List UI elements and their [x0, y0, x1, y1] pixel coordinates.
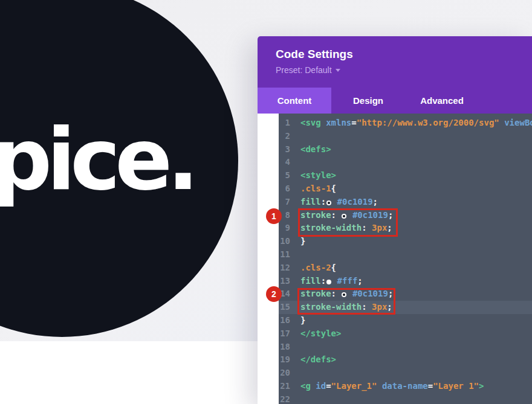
code-token: viewBox — [499, 118, 532, 127]
code-token: #0c1019 — [337, 197, 373, 207]
code-line[interactable]: 2 — [279, 130, 532, 143]
code-line[interactable]: 8stroke: #0c1019; — [279, 209, 532, 222]
line-number: 21 — [279, 380, 290, 393]
modal-title: Code Settings — [276, 48, 532, 61]
code-token — [336, 289, 341, 298]
code-token: stroke — [300, 210, 331, 220]
code-line[interactable]: 15stroke-width: 3px; — [279, 301, 532, 314]
line-number: 9 — [279, 222, 290, 235]
line-number: 3 — [279, 143, 290, 156]
line-number: 15 — [279, 301, 290, 314]
code-token: ; — [388, 289, 393, 298]
code-line[interactable]: 18 — [279, 341, 532, 354]
code-line[interactable]: 6.cls-1{ — [279, 182, 532, 196]
code-token: : — [331, 210, 336, 220]
line-number: 5 — [279, 169, 290, 182]
code-line[interactable]: 22 — [279, 393, 532, 404]
code-token: .cls-2 — [300, 263, 331, 272]
tab-advanced[interactable]: Advanced — [405, 88, 479, 114]
code-line-content: <defs> — [300, 143, 331, 156]
code-token: = — [326, 381, 331, 391]
code-token — [332, 276, 337, 286]
tab-content[interactable]: Content — [258, 88, 331, 114]
tab-advanced-label: Advanced — [420, 95, 464, 106]
code-token — [367, 223, 372, 232]
code-token: "Layer 1" — [433, 381, 479, 391]
code-token: { — [331, 184, 336, 193]
code-token: </defs> — [300, 354, 336, 364]
color-swatch-icon[interactable] — [326, 280, 331, 284]
code-line[interactable]: 9stroke-width: 3px; — [279, 222, 532, 235]
code-line[interactable]: 4 — [279, 156, 532, 169]
line-number: 1 — [279, 117, 290, 130]
code-token: "Layer_1" — [331, 381, 377, 391]
code-token: : — [362, 223, 366, 232]
line-number: 4 — [279, 156, 290, 169]
code-line[interactable]: 16} — [279, 314, 532, 327]
code-token: > — [479, 381, 484, 391]
code-line[interactable]: 3<defs> — [279, 143, 532, 156]
code-line-content: } — [300, 314, 305, 327]
code-token: <svg — [300, 118, 321, 127]
code-token: : — [321, 197, 326, 207]
code-line[interactable]: 21<g id="Layer_1" data-name="Layer 1"> — [279, 380, 532, 393]
code-token — [347, 289, 352, 298]
line-number: 20 — [279, 367, 290, 380]
code-token: #0c1019 — [352, 210, 388, 220]
code-token: </style> — [300, 329, 341, 338]
code-token — [347, 210, 352, 220]
code-line[interactable]: 10} — [279, 235, 532, 248]
code-token: ; — [387, 302, 392, 312]
tab-design-label: Design — [353, 95, 383, 106]
code-settings-modal: Code Settings Preset: Default Content De… — [258, 36, 532, 404]
chevron-down-icon — [336, 69, 340, 72]
code-token: = — [428, 381, 433, 391]
line-number: 12 — [279, 261, 290, 275]
line-number: 13 — [279, 275, 290, 288]
code-line[interactable]: 11 — [279, 248, 532, 261]
modal-body: 1<svg xmlns="http://www.w3.org/2000/svg"… — [258, 114, 532, 404]
code-line[interactable]: 19</defs> — [279, 353, 532, 367]
code-token: id — [311, 381, 326, 391]
code-token: : — [331, 289, 336, 298]
tab-content-label: Content — [277, 95, 312, 106]
code-line[interactable]: 12.cls-2{ — [279, 261, 532, 275]
code-token: stroke-width — [300, 302, 362, 312]
code-line[interactable]: 5<style> — [279, 169, 532, 182]
code-line[interactable]: 20 — [279, 367, 532, 380]
code-line[interactable]: 13fill: #fff; — [279, 275, 532, 288]
code-token: { — [331, 263, 336, 272]
code-token: #fff — [337, 276, 358, 286]
code-token — [332, 197, 337, 207]
code-editor[interactable]: 1<svg xmlns="http://www.w3.org/2000/svg"… — [279, 114, 532, 404]
code-line-content: stroke-width: 3px; — [300, 301, 392, 314]
code-token: stroke — [300, 289, 331, 298]
code-line-content: </style> — [300, 327, 341, 341]
code-token: stroke-width — [300, 223, 362, 232]
code-line[interactable]: 14stroke: #0c1019; — [279, 287, 532, 301]
code-line-content: <style> — [300, 169, 336, 182]
preset-selector[interactable]: Preset: Default — [276, 65, 340, 75]
annotation-badge-2: 2 — [266, 286, 282, 302]
line-number: 7 — [279, 196, 290, 209]
color-swatch-icon[interactable] — [342, 292, 346, 297]
line-number: 16 — [279, 314, 290, 327]
tab-design[interactable]: Design — [331, 88, 405, 114]
code-line[interactable]: 1<svg xmlns="http://www.w3.org/2000/svg"… — [279, 117, 532, 130]
code-token: xmlns — [321, 118, 352, 127]
color-swatch-icon[interactable] — [326, 200, 331, 205]
color-swatch-icon[interactable] — [342, 214, 346, 219]
code-token: : — [321, 276, 326, 286]
code-line[interactable]: 7fill: #0c1019; — [279, 196, 532, 209]
hero-headline: pice. — [0, 118, 193, 202]
line-number: 19 — [279, 353, 290, 367]
code-token: ; — [373, 197, 378, 207]
code-token: <g — [300, 381, 311, 391]
code-line-content: .cls-2{ — [300, 261, 336, 275]
code-line-content: <g id="Layer_1" data-name="Layer 1"> — [300, 380, 484, 393]
code-token: data-name — [377, 381, 427, 391]
code-token: ; — [388, 210, 393, 220]
code-line[interactable]: 17</style> — [279, 327, 532, 341]
code-line-content: fill: #0c1019; — [300, 196, 378, 209]
line-number: 18 — [279, 341, 290, 354]
